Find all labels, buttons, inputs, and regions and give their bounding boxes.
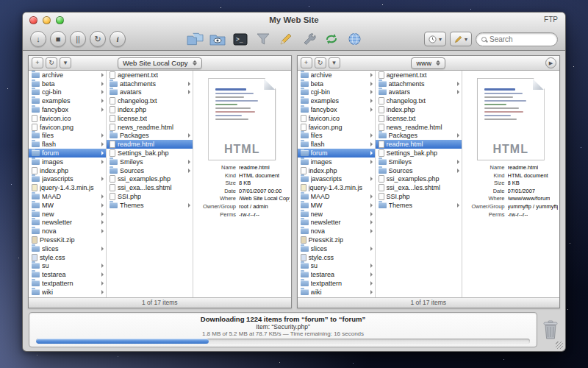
mirror-folders-icon[interactable]	[185, 30, 204, 48]
list-item[interactable]: Packages	[107, 132, 193, 141]
list-item[interactable]: jquery-1.4.3.min.js	[298, 183, 375, 192]
list-item[interactable]: SSI.php	[107, 192, 193, 201]
list-item[interactable]: images	[298, 158, 375, 166]
edit-icon[interactable]	[276, 30, 295, 48]
list-item[interactable]: wiki	[298, 288, 375, 297]
zoom-button[interactable]	[56, 16, 64, 24]
search-input[interactable]	[490, 35, 552, 43]
list-item[interactable]: attachments	[107, 79, 193, 88]
local-path-popup[interactable]: Web Site Local Copy	[118, 57, 202, 69]
list-item[interactable]: ssi_examples.php	[376, 175, 462, 184]
list-item[interactable]: MAAD	[29, 192, 106, 201]
list-item[interactable]: ssi_examples.php	[107, 175, 193, 184]
new-folder-button[interactable]: +	[301, 57, 312, 68]
list-item[interactable]: style.css	[29, 253, 106, 262]
list-item[interactable]: textpattern	[298, 279, 375, 288]
terminal-icon[interactable]: >_	[231, 30, 250, 48]
list-item[interactable]: agreement.txt	[107, 71, 193, 79]
list-item[interactable]: favicon.ico	[29, 114, 106, 123]
list-item[interactable]: readme.html	[107, 140, 193, 149]
list-item[interactable]: avatars	[107, 88, 193, 97]
list-item[interactable]: Sources	[376, 166, 462, 175]
list-item[interactable]: wiki	[29, 288, 106, 297]
list-item[interactable]: news_readme.html	[107, 123, 193, 132]
sync-icon[interactable]	[322, 30, 341, 48]
list-item[interactable]: license.txt	[107, 114, 193, 123]
pause-button[interactable]: ||	[70, 31, 86, 47]
list-item[interactable]: Smileys	[376, 158, 462, 166]
list-item[interactable]: MAAD	[298, 192, 375, 201]
list-item[interactable]: testarea	[29, 270, 106, 279]
list-item[interactable]: su	[29, 262, 106, 271]
list-item[interactable]: Smileys	[107, 158, 193, 166]
refresh-list-button[interactable]: ↻	[46, 57, 57, 68]
list-item[interactable]: javascripts	[298, 175, 375, 184]
list-item[interactable]: ssi_exa...les.shtml	[376, 183, 462, 192]
history-dropdown-button[interactable]: ▾	[424, 32, 446, 46]
list-item[interactable]: flash	[29, 140, 106, 149]
list-item[interactable]: index.php	[376, 105, 462, 114]
list-item[interactable]: examples	[29, 96, 106, 105]
web-icon[interactable]	[345, 30, 364, 48]
list-item[interactable]: PressKit.zip	[29, 236, 106, 244]
list-item[interactable]: cgi-bin	[298, 88, 375, 97]
list-item[interactable]: cgi-bin	[29, 88, 106, 97]
minimize-button[interactable]	[43, 16, 51, 24]
list-item[interactable]: new	[29, 210, 106, 219]
list-item[interactable]: SSI.php	[376, 192, 462, 201]
list-item[interactable]: Settings_bak.php	[107, 149, 193, 158]
list-item[interactable]: index.php	[107, 105, 193, 114]
list-item[interactable]: Settings_bak.php	[376, 149, 462, 158]
list-item[interactable]: forum	[298, 149, 375, 158]
info-button[interactable]: i	[110, 31, 126, 47]
list-item[interactable]: index.php	[29, 166, 106, 175]
list-item[interactable]: changelog.txt	[376, 96, 462, 105]
list-item[interactable]: avatars	[376, 88, 462, 97]
list-item[interactable]: slices	[298, 244, 375, 253]
list-item[interactable]: index.php	[298, 166, 375, 175]
refresh-button[interactable]: ↻	[90, 31, 106, 47]
list-item[interactable]: archive	[29, 71, 106, 79]
list-item[interactable]: slices	[29, 244, 106, 253]
list-item[interactable]: changelog.txt	[107, 96, 193, 105]
list-item[interactable]: Themes	[107, 201, 193, 210]
list-item[interactable]: beta	[298, 79, 375, 88]
list-item[interactable]: attachments	[376, 79, 462, 88]
list-item[interactable]: nova	[29, 227, 106, 236]
list-item[interactable]: newsletter	[298, 219, 375, 227]
list-item[interactable]: PressKit.zip	[298, 236, 375, 244]
list-item[interactable]: fancybox	[29, 105, 106, 114]
remote-path-popup[interactable]: www	[411, 57, 445, 69]
list-item[interactable]: testarea	[298, 270, 375, 279]
list-item[interactable]: javascripts	[29, 175, 106, 184]
list-item[interactable]: news_readme.html	[376, 123, 462, 132]
list-item[interactable]: examples	[298, 96, 375, 105]
refresh-list-button[interactable]: ↻	[315, 57, 326, 68]
list-item[interactable]: license.txt	[376, 114, 462, 123]
tools-icon[interactable]	[299, 30, 318, 48]
list-item[interactable]: ssi_exa...les.shtml	[107, 183, 193, 192]
list-item[interactable]: images	[29, 158, 106, 166]
folder-watch-icon[interactable]	[208, 30, 227, 48]
list-item[interactable]: files	[298, 132, 375, 141]
filter-icon[interactable]	[254, 30, 273, 48]
new-folder-button[interactable]: +	[32, 57, 43, 68]
list-item[interactable]: fancybox	[298, 105, 375, 114]
list-item[interactable]: new	[298, 210, 375, 219]
list-item[interactable]: Sources	[107, 166, 193, 175]
list-item[interactable]: beta	[29, 79, 106, 88]
resize-grip[interactable]	[556, 342, 563, 349]
list-item[interactable]: favicon.png	[298, 123, 375, 132]
list-item[interactable]: agreement.txt	[376, 71, 462, 79]
trash-server-icon[interactable]	[542, 319, 559, 340]
stop-button[interactable]: ■	[50, 31, 66, 47]
action-menu-button[interactable]: ▾	[329, 57, 340, 68]
list-item[interactable]: newsletter	[29, 219, 106, 227]
list-item[interactable]: nova	[298, 227, 375, 236]
list-item[interactable]: Themes	[376, 201, 462, 210]
list-item[interactable]: files	[29, 132, 106, 141]
list-item[interactable]: textpattern	[29, 279, 106, 288]
list-item[interactable]: forum	[29, 149, 106, 158]
list-item[interactable]: flash	[298, 140, 375, 149]
list-item[interactable]: Packages	[376, 132, 462, 141]
